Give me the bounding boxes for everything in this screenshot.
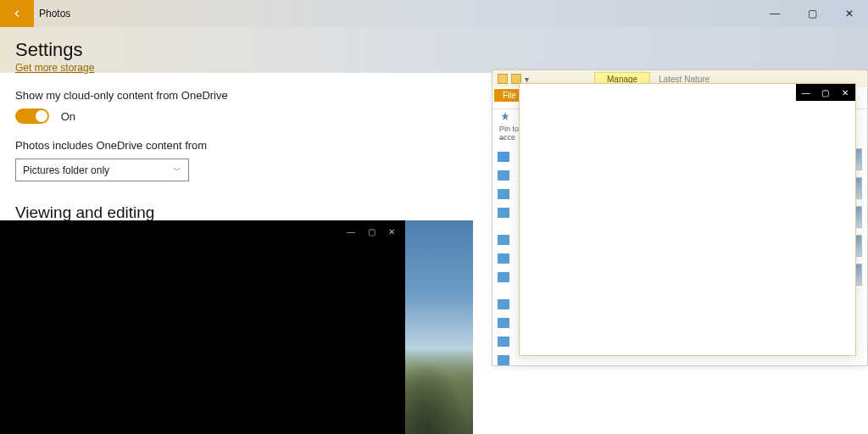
includes-row: Photos includes OneDrive content from Pi… xyxy=(15,139,228,181)
minimize-button[interactable]: — xyxy=(756,0,793,27)
cloud-content-label: Show my cloud-only content from OneDrive xyxy=(15,89,228,102)
media-close-button[interactable]: ✕ xyxy=(381,224,402,239)
chevron-down-icon: ﹀ xyxy=(173,164,181,176)
folder-icon xyxy=(498,74,508,84)
get-more-storage-link[interactable]: Get more storage xyxy=(15,62,94,74)
blank-window-controls: — ▢ ✕ xyxy=(796,84,855,101)
sidebar-item[interactable] xyxy=(498,189,509,199)
sidebar-item[interactable] xyxy=(498,272,509,282)
scenic-image xyxy=(405,220,473,434)
quick-access-icon[interactable] xyxy=(498,152,509,162)
sidebar-gap xyxy=(498,226,509,231)
photos-body: Get more storage Show my cloud-only cont… xyxy=(15,61,228,247)
sidebar-item[interactable] xyxy=(498,170,509,181)
onedrive-folder-select[interactable]: Pictures folder only ﹀ xyxy=(15,159,189,181)
media-window-controls: — ▢ ✕ xyxy=(341,224,402,239)
sidebar-item[interactable] xyxy=(498,337,509,347)
sidebar-gap xyxy=(498,291,509,296)
blank-maximize-button[interactable]: ▢ xyxy=(815,84,835,101)
cloud-content-row: Show my cloud-only content from OneDrive… xyxy=(15,89,228,124)
media-minimize-button[interactable]: — xyxy=(341,224,361,239)
cloud-content-toggle[interactable] xyxy=(15,108,49,124)
blank-close-button[interactable]: ✕ xyxy=(836,84,855,101)
sidebar-item[interactable] xyxy=(498,318,509,328)
pin-icon xyxy=(499,111,511,123)
sidebar-item[interactable] xyxy=(498,235,509,245)
back-button[interactable] xyxy=(0,0,34,27)
sidebar-item[interactable] xyxy=(498,253,509,264)
viewing-editing-heading: Viewing and editing xyxy=(15,203,228,222)
close-button[interactable]: ✕ xyxy=(831,0,868,27)
includes-label: Photos includes OneDrive content from xyxy=(15,139,228,152)
blank-window[interactable]: — ▢ ✕ xyxy=(519,83,856,356)
explorer-back-button[interactable]: ← xyxy=(498,133,507,143)
photos-window-controls: — ▢ ✕ xyxy=(756,0,868,27)
toggle-state-label: On xyxy=(61,110,75,123)
maximize-button[interactable]: ▢ xyxy=(793,0,831,27)
sidebar-item[interactable] xyxy=(498,208,509,218)
app-title: Photos xyxy=(39,8,70,19)
page-title: Settings xyxy=(15,39,83,61)
blank-minimize-button[interactable]: — xyxy=(796,84,815,101)
media-window[interactable]: — ▢ ✕ xyxy=(0,220,405,434)
select-value: Pictures folder only xyxy=(23,164,109,176)
sidebar-item[interactable] xyxy=(498,355,509,365)
explorer-sidebar xyxy=(498,152,515,374)
dropdown-icon[interactable]: ▾ xyxy=(525,75,529,84)
explorer-breadcrumb: Latest Nature xyxy=(659,75,709,84)
photos-titlebar: Photos — ▢ ✕ xyxy=(0,0,868,27)
media-maximize-button[interactable]: ▢ xyxy=(361,224,381,239)
sidebar-item[interactable] xyxy=(498,299,509,309)
